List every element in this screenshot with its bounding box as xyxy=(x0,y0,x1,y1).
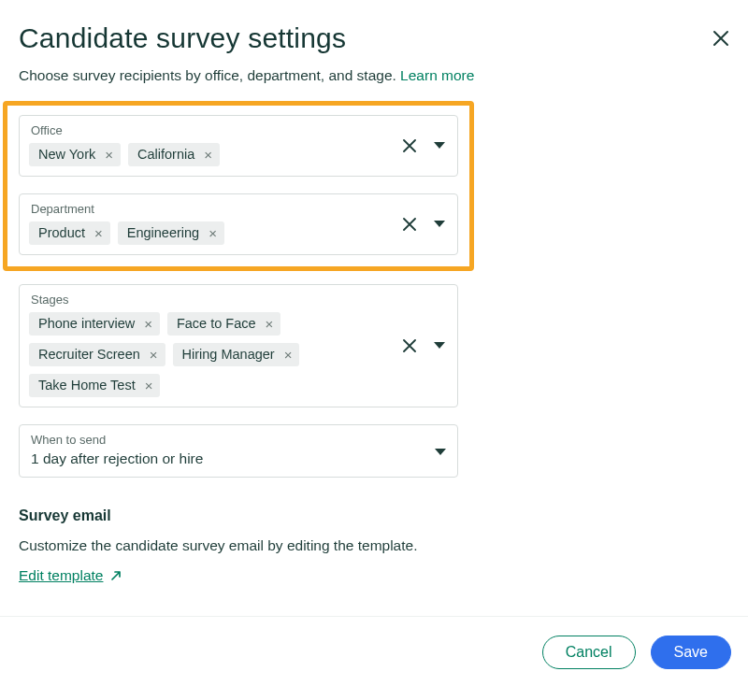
chip: Product× xyxy=(29,221,110,245)
edit-template-link[interactable]: Edit template xyxy=(19,567,122,584)
external-link-icon xyxy=(108,569,122,583)
department-clear-button[interactable] xyxy=(399,214,420,235)
clear-icon xyxy=(403,218,416,231)
chip-remove-button[interactable]: × xyxy=(105,148,113,162)
stages-field[interactable]: Stages Phone interview×Face to Face×Recr… xyxy=(19,284,458,407)
chip-remove-button[interactable]: × xyxy=(266,317,274,331)
chip-label: Take Home Test xyxy=(38,379,136,393)
highlighted-fields: Office New York×California× Department P… xyxy=(3,101,474,271)
stages-controls xyxy=(399,336,450,356)
office-label: Office xyxy=(31,123,448,137)
chip-label: Face to Face xyxy=(177,317,256,331)
office-chips: New York×California× xyxy=(29,143,342,166)
modal-title: Candidate survey settings xyxy=(19,22,346,54)
stages-chips: Phone interview×Face to Face×Recruiter S… xyxy=(29,312,342,397)
chip: Engineering× xyxy=(118,221,224,245)
chip-label: Hiring Manager xyxy=(182,348,275,362)
modal-footer: Cancel Save xyxy=(0,616,748,690)
when-to-send-value: 1 day after rejection or hire xyxy=(31,450,448,467)
department-label: Department xyxy=(31,202,448,216)
edit-template-label: Edit template xyxy=(19,567,103,584)
chip-remove-button[interactable]: × xyxy=(145,379,153,393)
chip: Recruiter Screen× xyxy=(29,343,165,366)
office-dropdown-toggle[interactable] xyxy=(429,136,450,156)
chip: New York× xyxy=(29,143,121,166)
office-clear-button[interactable] xyxy=(399,136,420,156)
survey-email-description: Customize the candidate survey email by … xyxy=(19,537,458,554)
caret-down-icon xyxy=(434,342,445,350)
stages-label: Stages xyxy=(31,293,448,307)
chip: Phone interview× xyxy=(29,312,160,336)
learn-more-link[interactable]: Learn more xyxy=(400,67,474,83)
clear-icon xyxy=(403,339,416,352)
description-text: Choose survey recipients by office, depa… xyxy=(19,67,400,83)
when-to-send-label: When to send xyxy=(31,433,448,447)
chip: Take Home Test× xyxy=(29,374,160,397)
office-controls xyxy=(399,136,450,156)
chip-remove-button[interactable]: × xyxy=(204,148,212,162)
stages-dropdown-toggle[interactable] xyxy=(429,336,450,356)
modal-candidate-survey-settings: Candidate survey settings Choose survey … xyxy=(0,0,748,584)
department-dropdown-toggle[interactable] xyxy=(429,214,450,235)
chip-remove-button[interactable]: × xyxy=(94,226,103,240)
clear-icon xyxy=(403,139,416,152)
chip-label: Phone interview xyxy=(38,317,135,331)
chip-remove-button[interactable]: × xyxy=(144,317,152,331)
when-to-send-caret xyxy=(435,443,446,460)
chip-label: Engineering xyxy=(127,226,199,240)
chip-label: Recruiter Screen xyxy=(38,348,140,362)
chip: Face to Face× xyxy=(167,312,280,336)
chip-label: Product xyxy=(38,226,85,240)
caret-down-icon xyxy=(435,449,446,456)
department-controls xyxy=(399,214,450,235)
when-to-send-field[interactable]: When to send 1 day after rejection or hi… xyxy=(19,424,458,478)
modal-description: Choose survey recipients by office, depa… xyxy=(19,67,729,84)
close-icon xyxy=(712,30,729,47)
survey-email-heading: Survey email xyxy=(19,507,458,524)
chip-label: New York xyxy=(38,148,95,162)
chip: Hiring Manager× xyxy=(173,343,300,366)
stages-clear-button[interactable] xyxy=(399,336,420,356)
chip-remove-button[interactable]: × xyxy=(284,348,293,362)
caret-down-icon xyxy=(434,221,445,228)
cancel-button[interactable]: Cancel xyxy=(542,636,636,669)
department-chips: Product×Engineering× xyxy=(29,221,342,245)
chip-remove-button[interactable]: × xyxy=(150,348,158,362)
caret-down-icon xyxy=(434,142,445,150)
office-field[interactable]: Office New York×California× xyxy=(19,115,458,177)
chip: California× xyxy=(128,143,220,166)
chip-remove-button[interactable]: × xyxy=(209,226,217,240)
form-area: Office New York×California× Department P… xyxy=(19,101,458,584)
close-button[interactable] xyxy=(712,30,729,47)
modal-header: Candidate survey settings xyxy=(19,19,729,54)
chip-label: California xyxy=(137,148,194,162)
department-field[interactable]: Department Product×Engineering× xyxy=(19,193,458,255)
save-button[interactable]: Save xyxy=(651,636,731,669)
